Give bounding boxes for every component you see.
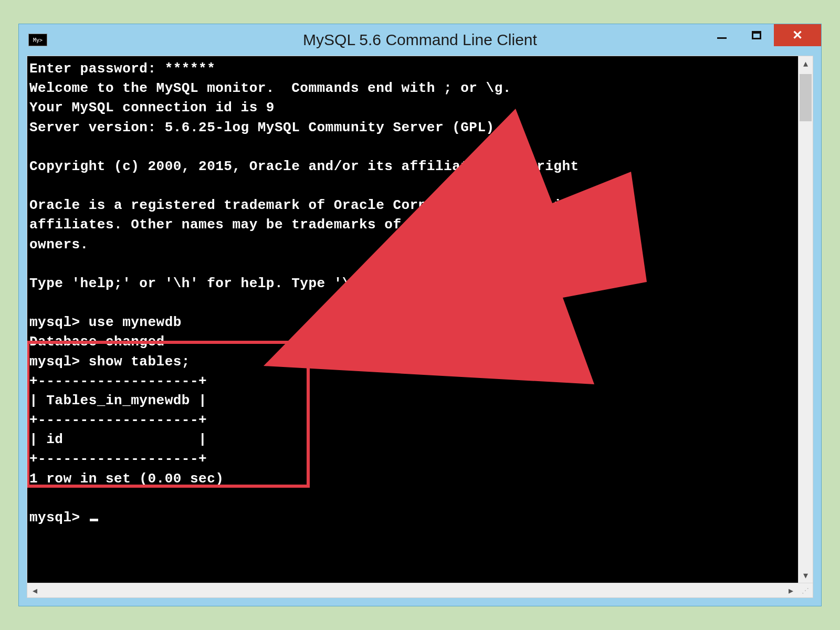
resize-grip-icon[interactable]: ⋰: [798, 583, 813, 597]
scroll-thumb[interactable]: [800, 74, 812, 121]
minimize-button[interactable]: [705, 24, 739, 46]
maximize-button[interactable]: [739, 24, 774, 46]
vertical-scrollbar[interactable]: ▴ ▾: [798, 56, 813, 583]
client-area: Enter password: ****** Welcome to the My…: [27, 56, 813, 598]
maximize-icon: [752, 31, 761, 39]
scroll-down-arrow-icon[interactable]: ▾: [799, 568, 813, 583]
window-title: MySQL 5.6 Command Line Client: [19, 31, 821, 49]
console-wrap: Enter password: ****** Welcome to the My…: [27, 56, 813, 583]
app-icon: My>: [28, 34, 47, 46]
close-icon: ✕: [792, 28, 803, 43]
scroll-right-arrow-icon[interactable]: ▸: [783, 583, 798, 597]
close-button[interactable]: ✕: [774, 24, 821, 46]
horizontal-scrollbar[interactable]: ◂ ▸ ⋰: [27, 583, 813, 597]
application-window: My> MySQL 5.6 Command Line Client ✕ Ente…: [18, 24, 822, 606]
terminal-output[interactable]: Enter password: ****** Welcome to the My…: [27, 56, 798, 583]
hscroll-track[interactable]: [42, 583, 783, 597]
scroll-left-arrow-icon[interactable]: ◂: [27, 583, 42, 597]
window-controls: ✕: [705, 24, 821, 46]
minimize-icon: [717, 37, 727, 39]
scroll-up-arrow-icon[interactable]: ▴: [799, 56, 813, 71]
app-icon-label: My>: [33, 37, 43, 43]
titlebar[interactable]: My> MySQL 5.6 Command Line Client ✕: [19, 24, 821, 56]
